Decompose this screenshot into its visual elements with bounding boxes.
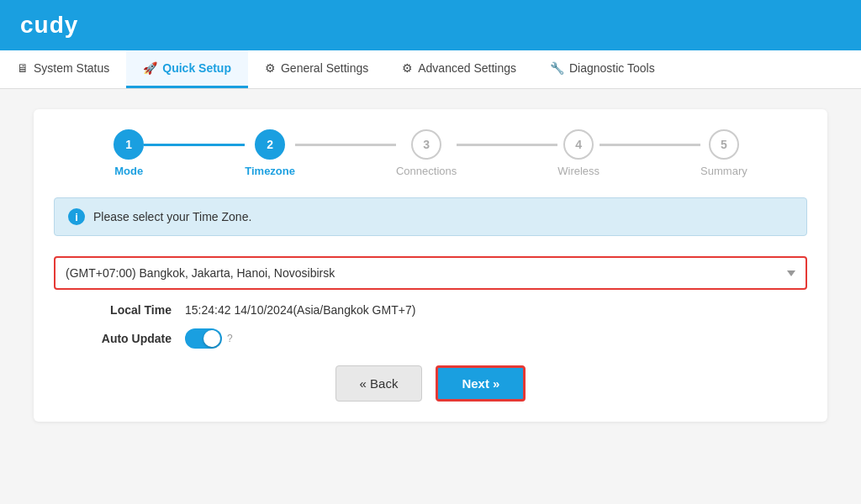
header: cudy [0,0,861,50]
connector-3-4 [457,144,557,146]
back-button[interactable]: « Back [335,365,423,402]
info-message: Please select your Time Zone. [93,210,251,223]
step-summary: 5 Summary [700,129,747,177]
auto-update-row: Auto Update ? [54,328,807,349]
next-button[interactable]: Next » [436,365,526,402]
main-content: 1 Mode 2 Timezone 3 Connections [0,89,861,442]
monitor-icon: 🖥 [17,61,29,75]
nav-item-system-status[interactable]: 🖥 System Status [0,50,126,88]
nav-item-quick-setup[interactable]: 🚀 Quick Setup [126,50,248,88]
auto-update-hint: ? [227,333,233,344]
gear-icon-advanced: ⚙ [402,61,413,75]
local-time-value: 15:24:42 14/10/2024(Asia/Bangkok GMT+7) [185,303,415,317]
step-circle-timezone: 2 [255,129,285,160]
connector-1-2 [144,144,245,146]
timezone-select-wrapper: (GMT+07:00) Bangkok, Jakarta, Hanoi, Nov… [54,256,807,290]
step-circle-summary: 5 [709,129,739,160]
logo: cudy [20,12,78,39]
step-label-summary: Summary [700,165,747,177]
step-circle-mode: 1 [114,129,144,160]
rocket-icon: 🚀 [143,61,157,75]
connector-2-3 [295,144,396,146]
step-label-timezone: Timezone [245,165,295,177]
wrench-icon: 🔧 [550,61,564,75]
connector-4-5 [600,144,700,146]
step-mode: 1 Mode [114,129,144,177]
local-time-label: Local Time [54,303,172,317]
auto-update-label: Auto Update [54,332,172,345]
gear-icon-general: ⚙ [265,61,276,75]
nav-label-system-status: System Status [34,61,109,75]
step-label-mode: Mode [114,165,143,177]
step-timezone: 2 Timezone [245,129,295,177]
button-row: « Back Next » [54,365,807,402]
nav-label-diagnostic-tools: Diagnostic Tools [569,61,655,75]
toggle-thumb [203,330,220,347]
step-connections: 3 Connections [396,129,457,177]
step-wireless: 4 Wireless [557,129,600,177]
toggle-track [185,328,222,349]
nav-item-diagnostic-tools[interactable]: 🔧 Diagnostic Tools [533,50,672,88]
timezone-select[interactable]: (GMT+07:00) Bangkok, Jakarta, Hanoi, Nov… [54,256,807,290]
step-label-connections: Connections [396,165,457,177]
info-box: i Please select your Time Zone. [54,197,807,236]
main-card: 1 Mode 2 Timezone 3 Connections [34,109,827,422]
nav-item-advanced-settings[interactable]: ⚙ Advanced Settings [385,50,533,88]
nav-label-advanced-settings: Advanced Settings [418,61,516,75]
main-nav: 🖥 System Status 🚀 Quick Setup ⚙ General … [0,50,861,89]
info-icon: i [68,208,85,225]
local-time-row: Local Time 15:24:42 14/10/2024(Asia/Bang… [54,303,807,317]
nav-item-general-settings[interactable]: ⚙ General Settings [248,50,385,88]
step-label-wireless: Wireless [557,165,600,177]
step-circle-wireless: 4 [563,129,594,160]
nav-label-quick-setup: Quick Setup [162,61,231,75]
auto-update-toggle[interactable] [185,328,222,349]
stepper: 1 Mode 2 Timezone 3 Connections [54,129,807,177]
nav-label-general-settings: General Settings [281,61,368,75]
step-circle-connections: 3 [411,129,441,160]
